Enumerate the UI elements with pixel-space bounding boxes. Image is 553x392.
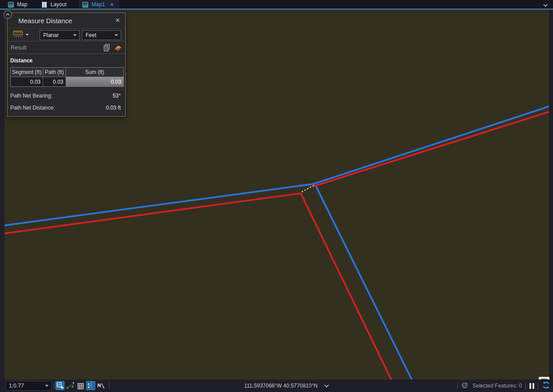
svg-text:N: N	[97, 383, 101, 388]
grid-icon[interactable]	[76, 381, 85, 390]
tab-map1[interactable]: Map1✕	[79, 0, 119, 9]
unit-select[interactable]: Feet	[82, 30, 121, 40]
map-scale-value: 1:0.77	[6, 383, 45, 389]
coordinates-chevron-icon[interactable]	[324, 382, 330, 390]
map-icon	[82, 2, 88, 8]
table-cell: 0.03	[43, 77, 66, 86]
measure-mode-dropdown-button[interactable]	[10, 29, 32, 40]
result-row: Result	[8, 41, 125, 54]
clear-results-eraser-icon[interactable]	[114, 43, 123, 52]
tab-label: Map	[17, 1, 27, 8]
path-net-distance-value: 0.03 ft	[106, 105, 121, 111]
measure-type-select[interactable]: Planar	[40, 30, 80, 40]
ruler-icon	[13, 30, 24, 40]
path-net-bearing-label: Path Net Bearing:	[10, 93, 53, 99]
distance-section-label: Distance	[10, 57, 121, 64]
measure-segment-line	[302, 185, 314, 192]
tab-label: Map1	[91, 1, 105, 8]
tab-label: Layout	[50, 1, 66, 8]
table-cell: 0.03	[66, 77, 123, 86]
coordinates-group: 111.5937066°W 40.5770810°N	[244, 380, 330, 392]
separator	[457, 383, 458, 389]
blue-road-main	[4, 106, 549, 225]
north-arrow-icon[interactable]: N	[96, 381, 106, 390]
dropdown-caret-icon	[25, 34, 29, 36]
tab-close-icon[interactable]: ✕	[110, 2, 114, 8]
cursor-coordinates: 111.5937066°W 40.5770810°N	[244, 383, 318, 389]
copy-result-icon[interactable]	[102, 43, 111, 52]
arcgis-pro-window: MapLayoutMap1✕ Measure Distance ✕	[0, 0, 553, 392]
column-header: Segment (ft)	[11, 68, 43, 77]
tab-map[interactable]: Map	[4, 0, 33, 9]
map-scale-select[interactable]: 1:0.77	[5, 381, 52, 391]
measure-toolbar: Planar Feet	[8, 28, 125, 41]
layout-icon	[41, 2, 47, 8]
pause-drawing-icon[interactable]	[529, 383, 534, 389]
red-road-right	[312, 112, 549, 187]
result-label: Result	[11, 45, 26, 51]
unit-value: Feet	[82, 32, 115, 38]
sketch-vertices-icon[interactable]	[66, 381, 75, 390]
separator	[525, 383, 526, 389]
table-cell: 0.03	[11, 77, 43, 86]
view-tab-bar: MapLayoutMap1✕	[0, 0, 553, 9]
red-road-branch	[301, 193, 391, 380]
dialog-title: Measure Distance	[18, 17, 72, 24]
path-net-distance-row: Path Net Distance: 0.03 ft	[10, 105, 121, 111]
dialog-body: Distance Segment (ft)Path (ft)Sum (ft) 0…	[8, 54, 125, 116]
snapping-toggle-icon[interactable]	[55, 381, 65, 390]
path-net-bearing-value: 53°	[113, 93, 121, 99]
dialog-collapse-button[interactable]	[4, 10, 12, 19]
selected-features-count: Selected Features: 0	[472, 383, 522, 389]
dropdown-caret-icon	[45, 385, 49, 387]
selected-features-icon	[461, 381, 469, 391]
blue-road-branch	[315, 184, 412, 380]
distance-table-value-row: 0.030.030.03	[11, 77, 123, 86]
dynamic-constraints-icon[interactable]	[86, 381, 95, 390]
red-road-left	[4, 193, 301, 233]
map-icon	[8, 2, 14, 8]
dropdown-caret-icon	[73, 34, 77, 36]
right-edge-strip	[549, 10, 553, 380]
tab-layout[interactable]: Layout	[38, 0, 72, 9]
separator	[54, 382, 54, 389]
measure-distance-dialog: Measure Distance ✕ Planar Feet	[7, 12, 126, 117]
column-header: Path (ft)	[43, 68, 66, 77]
dialog-close-icon[interactable]: ✕	[114, 16, 122, 24]
refresh-map-icon[interactable]	[542, 381, 550, 391]
left-edge-strip	[0, 10, 4, 380]
distance-table-header-row: Segment (ft)Path (ft)Sum (ft)	[11, 68, 123, 77]
dropdown-caret-icon	[115, 34, 118, 36]
separator	[538, 383, 538, 389]
separator	[109, 382, 110, 389]
status-bar: 1:0.77 N 111.5937066°W 40.5770810°N Sel	[0, 380, 553, 392]
dialog-title-bar[interactable]: Measure Distance ✕	[8, 13, 125, 28]
measure-type-value: Planar	[40, 32, 73, 38]
column-header: Sum (ft)	[66, 68, 123, 77]
status-tool-group: N	[54, 381, 110, 390]
path-net-bearing-row: Path Net Bearing: 53°	[10, 93, 121, 99]
selection-status-group: Selected Features: 0	[457, 380, 550, 392]
distance-table: Segment (ft)Path (ft)Sum (ft) 0.030.030.…	[10, 67, 124, 87]
tab-overflow-chevron-icon[interactable]	[542, 2, 549, 7]
path-net-distance-label: Path Net Distance:	[10, 105, 55, 111]
